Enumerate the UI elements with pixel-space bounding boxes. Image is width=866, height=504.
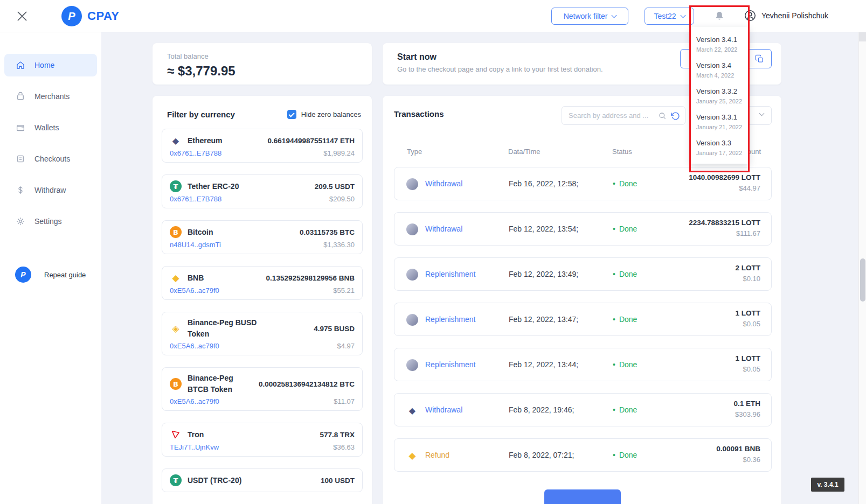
chevron-down-icon [680,12,685,18]
transaction-type-link[interactable]: Refund [425,451,449,459]
transaction-type-link[interactable]: Replenishment [425,270,475,278]
hide-zero-balances-toggle[interactable]: Hide zero balances [287,110,361,119]
load-more-button[interactable] [544,489,621,504]
wallet-address-link[interactable]: 0xE5A6..ac79f0 [170,397,219,405]
sidebar-item-merchants[interactable]: Merchants [4,85,97,108]
version-item[interactable]: Version 3.3.2 January 25, 2022 [691,82,749,108]
notifications-bell-icon[interactable] [713,10,725,22]
currency-list: ◆ Ethereum 0.6619449987551147 ETH 0x6761… [153,129,372,492]
version-date: March 22, 2022 [696,46,745,53]
transaction-amount: 1 LOTT $0.05 [736,309,761,328]
transaction-status: Done [613,451,637,459]
sidebar-item-label: Withdraw [34,186,66,194]
close-icon[interactable] [15,9,29,23]
currency-item-tron: Tron 577.8 TRX TEJi7T..UjnKvw $36.63 [162,423,363,457]
cpay-logo[interactable]: P CPAY [61,6,119,26]
currency-name: Binance-Peg BUSD Token [188,317,279,340]
sidebar-item-wallets[interactable]: Wallets [4,116,97,139]
transaction-type-link[interactable]: Replenishment [425,360,475,369]
transaction-amount: 0.00091 BNB $0.36 [716,445,760,464]
chevron-down-icon [759,111,765,116]
currency-item-bnb: ◆ BNB 0.1352925298129956 BNB 0xE5A6..ac7… [162,266,363,300]
currency-name: BNB [188,272,204,284]
transaction-datetime: Feb 8, 2022, 07:21; [509,451,574,459]
wallet-address-link[interactable]: TEJi7T..UjnKvw [170,443,219,451]
filter-title: Filter by currency [167,110,235,119]
version-date: March 4, 2022 [696,72,745,79]
scrollbar-thumb[interactable] [860,258,865,302]
sidebar-item-home[interactable]: Home [4,54,97,76]
transaction-type-link[interactable]: Withdrawal [425,179,462,188]
version-item[interactable]: Version 3.3.1 January 21, 2022 [691,108,749,134]
currency-usd-value: $1,989.24 [323,149,355,157]
sidebar: Home Merchants Wallets Checkouts Withdra… [0,32,101,504]
currency-amount: 577.8 TRX [320,431,355,439]
currency-name: Ethereum [188,135,223,146]
currency-name: Tron [188,429,204,440]
version-item[interactable]: Version 3.4 March 4, 2022 [691,56,749,82]
transaction-type-link[interactable]: Withdrawal [425,225,462,233]
transaction-amount: 1040.00982699 LOTT $44.97 [689,173,760,192]
currency-amount: 100 USDT [321,477,355,485]
search-icon [658,111,667,120]
transaction-row[interactable]: Replenishment Feb 12, 2022, 13:47; Done … [394,303,772,336]
network-filter-button[interactable]: Network filter [551,8,628,25]
sidebar-item-label: Settings [34,217,62,226]
version-date: January 25, 2022 [696,98,745,104]
transaction-row[interactable]: Withdrawal Feb 12, 2022, 13:54; Done 223… [394,212,772,246]
currency-name: Binance-Peg BTCB Token [188,373,253,395]
wallet-icon [15,123,26,132]
version-item[interactable]: Version 3.4.1 March 22, 2022 [691,30,749,56]
transaction-row[interactable]: Replenishment Feb 12, 2022, 13:44; Done … [394,348,772,381]
sidebar-item-settings[interactable]: Settings [4,210,97,233]
transaction-datetime: Feb 8, 2022, 19:46; [509,405,574,414]
user-menu[interactable]: Yevhenii Polishchuk [744,9,828,22]
version-badge: v. 3.4.1 [811,478,844,492]
version-item[interactable]: Version 3.3 January 17, 2022 [691,134,749,159]
wallet-address-link[interactable]: 0xE5A6..ac79f0 [170,342,219,350]
wallet-address-link[interactable]: 0x6761..E7B788 [170,149,221,157]
transaction-datetime: Feb 12, 2022, 13:44; [509,360,578,369]
bnb-icon: ◆ [170,272,182,284]
busd-icon: ◈ [170,323,182,334]
transaction-type-link[interactable]: Withdrawal [425,405,462,414]
transaction-status: Done [613,225,637,233]
currency-usd-value: $4.97 [337,342,355,350]
transaction-status: Done [613,405,637,414]
transaction-row[interactable]: ◆ Refund Feb 8, 2022, 07:21; Done 0.0009… [394,438,772,472]
transaction-datetime: Feb 12, 2022, 13:54; [509,225,578,233]
tether-icon: ₮ [170,180,182,192]
transaction-row[interactable]: ◆ Withdrawal Feb 8, 2022, 19:46; Done 0.… [394,393,772,426]
repeat-guide-button[interactable]: P Repeat guide [15,267,86,283]
scrollbar-up-button[interactable] [859,32,866,41]
wallet-address-link[interactable]: 0xE5A6..ac79f0 [170,286,219,295]
sidebar-item-label: Merchants [34,92,70,101]
transaction-status: Done [613,315,637,324]
transactions-search [562,106,685,125]
currency-amount: 209.5 USDT [315,183,355,191]
checkouts-icon [15,154,26,164]
sidebar-item-checkouts[interactable]: Checkouts [4,148,97,170]
version-date: January 21, 2022 [696,124,745,130]
wallet-address-link[interactable]: 0x6761..E7B788 [170,195,221,203]
column-datetime: Data/Time [508,148,540,156]
refresh-icon[interactable] [671,111,680,121]
project-label: Test22 [654,12,676,20]
wallet-address-link[interactable]: n48U14..gdsmTi [170,241,221,249]
user-name: Yevhenii Polishchuk [761,11,828,20]
project-selector-button[interactable]: Test22 [645,8,694,25]
checkbox-checked-icon[interactable] [287,110,296,119]
sidebar-item-withdraw[interactable]: Withdraw [4,179,97,201]
currency-usd-value: $36.63 [333,443,355,451]
scrollbar[interactable] [858,32,866,504]
user-avatar-icon [744,9,757,22]
home-icon [15,60,26,70]
transaction-type-link[interactable]: Replenishment [425,315,475,324]
brand-name: CPAY [87,9,119,23]
lott-token-icon [406,223,418,235]
transaction-amount: 2234.78833215 LOTT $111.67 [689,219,760,237]
transaction-amount: 0.1 ETH $303.96 [733,400,760,418]
transaction-row[interactable]: Withdrawal Feb 16, 2022, 12:58; Done 104… [394,167,772,200]
btcb-icon: B [170,378,182,390]
transaction-row[interactable]: Replenishment Feb 12, 2022, 13:49; Done … [394,257,772,291]
